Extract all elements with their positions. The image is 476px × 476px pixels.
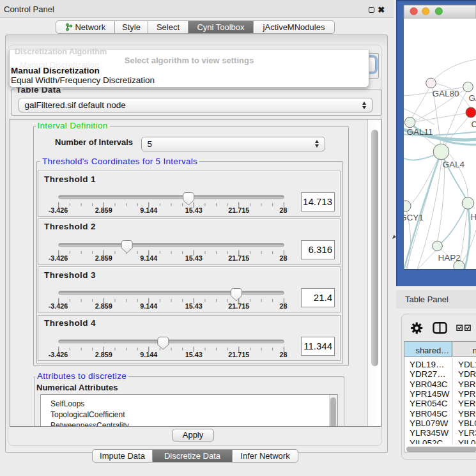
svg-text:9.144: 9.144 [140,350,157,358]
svg-text:2.859: 2.859 [95,254,112,261]
svg-text:-3.426: -3.426 [49,254,68,261]
svg-text:9.144: 9.144 [140,206,157,214]
svg-text:2.859: 2.859 [95,206,112,214]
svg-text:GAL11: GAL11 [407,127,433,137]
svg-text:28: 28 [279,350,287,358]
svg-text:HAP2: HAP2 [438,253,461,263]
svg-text:H: H [471,212,476,222]
svg-text:15.43: 15.43 [185,254,203,261]
svg-text:GAL4: GAL4 [443,160,465,169]
svg-text:28: 28 [279,254,287,261]
svg-text:C: C [472,119,476,129]
svg-text:15.43: 15.43 [185,302,203,310]
svg-text:28: 28 [279,302,287,310]
svg-text:-3.426: -3.426 [49,302,68,310]
svg-text:2.859: 2.859 [95,350,112,358]
svg-text:GA: GA [469,93,476,103]
svg-text:15.43: 15.43 [185,350,203,358]
svg-text:15.43: 15.43 [185,206,203,214]
svg-text:-3.426: -3.426 [49,206,68,214]
svg-text:21.715: 21.715 [228,254,249,261]
svg-text:9.144: 9.144 [140,254,157,261]
svg-text:2.859: 2.859 [95,302,112,310]
svg-text:28: 28 [279,206,287,214]
svg-text:-3.426: -3.426 [49,350,68,358]
svg-text:21.715: 21.715 [228,350,249,358]
svg-text:21.715: 21.715 [228,206,249,214]
svg-text:GAL80: GAL80 [433,89,459,98]
svg-text:21.715: 21.715 [228,302,249,310]
svg-text:9.144: 9.144 [140,302,157,310]
